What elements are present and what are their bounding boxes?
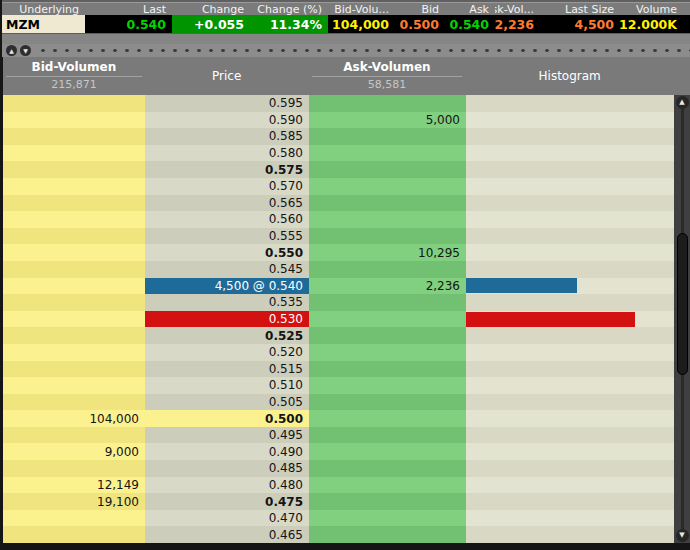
ask-volume-cell[interactable] (309, 344, 466, 361)
bid-volume-cell[interactable]: 12,149 (3, 477, 145, 494)
ask-volume-cell[interactable] (309, 493, 466, 510)
histogram-cell[interactable] (466, 161, 675, 178)
histogram-cell[interactable] (466, 112, 675, 129)
bid-volume-cell[interactable] (3, 195, 145, 212)
bid-volume-cell[interactable] (3, 178, 145, 195)
histogram-cell[interactable] (466, 278, 675, 295)
bid-volume-cell[interactable] (3, 244, 145, 261)
histogram-cell[interactable] (466, 95, 675, 112)
price-cell[interactable]: 0.560 (145, 211, 309, 228)
histogram-cell[interactable] (466, 294, 675, 311)
ask-volume-cell[interactable] (309, 526, 466, 543)
price-cell[interactable]: 0.585 (145, 128, 309, 145)
bid-volume-cell[interactable] (3, 361, 145, 378)
ask-volume-cell[interactable] (309, 95, 466, 112)
ask-volume-cell[interactable] (309, 161, 466, 178)
price-cell[interactable]: 0.500 (145, 410, 309, 427)
histogram-cell[interactable] (466, 526, 675, 543)
price-cell[interactable]: 0.550 (145, 244, 309, 261)
ask-volume-cell[interactable] (309, 443, 466, 460)
price-cell[interactable]: 4,500 @ 0.540 (145, 278, 309, 295)
ask-volume-cell[interactable] (309, 128, 466, 145)
histogram-cell[interactable] (466, 128, 675, 145)
bid-volume-cell[interactable] (3, 327, 145, 344)
bid-volume-cell[interactable] (3, 394, 145, 411)
bid-volume-cell[interactable]: 104,000 (3, 410, 145, 427)
price-cell[interactable]: 0.555 (145, 228, 309, 245)
price-cell[interactable]: 0.570 (145, 178, 309, 195)
ask-volume-cell[interactable] (309, 145, 466, 162)
ask-volume-cell[interactable] (309, 410, 466, 427)
histogram-cell[interactable] (466, 477, 675, 494)
scroll-up-icon[interactable]: ▲ (676, 96, 689, 109)
bid-volume-cell[interactable] (3, 161, 145, 178)
ask-volume-cell[interactable]: 2,236 (309, 278, 466, 295)
bid-volume-cell[interactable] (3, 510, 145, 527)
bid-volume-cell[interactable]: 19,100 (3, 493, 145, 510)
histogram-cell[interactable] (466, 195, 675, 212)
splitter-grip[interactable] (40, 44, 690, 57)
ask-volume-cell[interactable] (309, 294, 466, 311)
price-cell[interactable]: 0.520 (145, 344, 309, 361)
histogram-cell[interactable] (466, 261, 675, 278)
histogram-cell[interactable] (466, 178, 675, 195)
bid-volume-cell[interactable] (3, 460, 145, 477)
histogram-cell[interactable] (466, 361, 675, 378)
bid-volume-cell[interactable] (3, 311, 145, 328)
bid-volume-cell[interactable] (3, 145, 145, 162)
splitter-bar[interactable]: ▲ ▼ (2, 44, 690, 57)
ask-volume-cell[interactable] (309, 211, 466, 228)
ask-volume-cell[interactable]: 5,000 (309, 112, 466, 129)
bid-volume-cell[interactable] (3, 211, 145, 228)
histogram-cell[interactable] (466, 460, 675, 477)
ask-volume-cell[interactable] (309, 228, 466, 245)
ask-volume-cell[interactable] (309, 460, 466, 477)
histogram-cell[interactable] (466, 377, 675, 394)
histogram-cell[interactable] (466, 510, 675, 527)
price-cell[interactable]: 0.575 (145, 161, 309, 178)
ask-volume-cell[interactable] (309, 361, 466, 378)
price-cell[interactable]: 0.495 (145, 427, 309, 444)
bid-volume-cell[interactable] (3, 344, 145, 361)
bid-volume-cell[interactable] (3, 427, 145, 444)
price-cell[interactable]: 0.505 (145, 394, 309, 411)
ask-volume-cell[interactable] (309, 394, 466, 411)
bid-volume-cell[interactable] (3, 112, 145, 129)
ask-volume-cell[interactable] (309, 311, 466, 328)
collapse-down-button[interactable]: ▼ (20, 45, 31, 56)
price-cell[interactable]: 0.480 (145, 477, 309, 494)
histogram-cell[interactable] (466, 244, 675, 261)
bid-volume-cell[interactable] (3, 278, 145, 295)
price-cell[interactable]: 0.510 (145, 377, 309, 394)
bid-volume-cell[interactable] (3, 128, 145, 145)
price-cell[interactable]: 0.580 (145, 145, 309, 162)
price-cell[interactable]: 0.475 (145, 493, 309, 510)
histogram-cell[interactable] (466, 145, 675, 162)
bid-volume-cell[interactable] (3, 95, 145, 112)
histogram-cell[interactable] (466, 410, 675, 427)
histogram-cell[interactable] (466, 394, 675, 411)
price-cell[interactable]: 0.470 (145, 510, 309, 527)
price-cell[interactable]: 0.595 (145, 95, 309, 112)
ask-volume-cell[interactable] (309, 427, 466, 444)
price-cell[interactable]: 0.590 (145, 112, 309, 129)
ask-volume-cell[interactable] (309, 377, 466, 394)
scroll-down-icon[interactable]: ▼ (676, 529, 689, 542)
histogram-cell[interactable] (466, 211, 675, 228)
histogram-cell[interactable] (466, 327, 675, 344)
ask-volume-cell[interactable] (309, 261, 466, 278)
histogram-cell[interactable] (466, 228, 675, 245)
histogram-cell[interactable] (466, 311, 675, 328)
ask-volume-cell[interactable] (309, 178, 466, 195)
bid-volume-cell[interactable] (3, 294, 145, 311)
collapse-up-button[interactable]: ▲ (6, 45, 17, 56)
scrollbar[interactable]: ▲ ▼ (674, 95, 690, 543)
histogram-cell[interactable] (466, 493, 675, 510)
quote-data-row[interactable]: MZM 0.540 +0.055 11.34% 104,000 0.500 0.… (2, 15, 690, 33)
price-cell[interactable]: 0.490 (145, 443, 309, 460)
price-cell[interactable]: 0.485 (145, 460, 309, 477)
price-cell[interactable]: 0.535 (145, 294, 309, 311)
histogram-cell[interactable] (466, 344, 675, 361)
price-cell[interactable]: 0.525 (145, 327, 309, 344)
histogram-cell[interactable] (466, 427, 675, 444)
